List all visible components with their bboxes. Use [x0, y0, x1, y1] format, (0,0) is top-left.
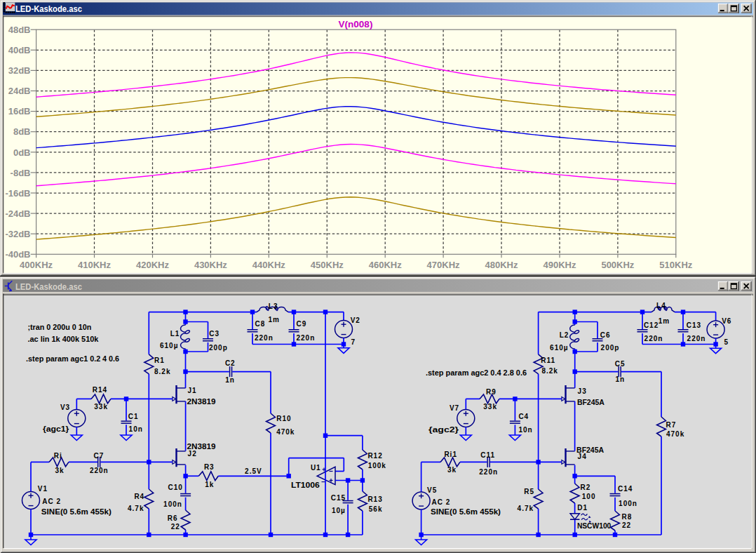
svg-text:2.5V: 2.5V: [245, 467, 262, 475]
svg-text:C15: C15: [331, 494, 346, 502]
svg-text:10n: 10n: [129, 425, 143, 433]
svg-text:R13: R13: [367, 495, 382, 503]
svg-text:BF245A: BF245A: [577, 399, 605, 406]
svg-text:4.7k: 4.7k: [128, 505, 144, 512]
svg-text:-8dB: -8dB: [11, 168, 31, 178]
svg-text:33k: 33k: [94, 403, 108, 411]
svg-text:C14: C14: [618, 485, 633, 493]
svg-text:C12: C12: [644, 321, 659, 329]
svg-text:220n: 220n: [90, 467, 109, 474]
svg-text:470k: 470k: [276, 428, 295, 436]
svg-text:L1: L1: [170, 330, 180, 338]
svg-text:;tran 0 200u 0 10n: ;tran 0 200u 0 10n: [27, 324, 91, 331]
svg-text:220n: 220n: [687, 335, 706, 342]
svg-text:510KHz: 510KHz: [659, 260, 692, 270]
svg-text:SINE(0 5.6m 455k): SINE(0 5.6m 455k): [41, 508, 112, 516]
svg-text:V2: V2: [351, 317, 360, 324]
svg-text:32dB: 32dB: [8, 65, 31, 76]
svg-text:16dB: 16dB: [8, 106, 31, 116]
svg-text:D1: D1: [577, 504, 588, 512]
svg-text:SINE(0 5.6m 455k): SINE(0 5.6m 455k): [431, 508, 501, 516]
svg-text:100n: 100n: [163, 500, 182, 508]
svg-text:2N3819: 2N3819: [187, 398, 217, 406]
svg-text:LED-Kaskode.asc: LED-Kaskode.asc: [15, 4, 82, 14]
svg-text:22: 22: [622, 521, 631, 529]
svg-text:440KHz: 440KHz: [252, 260, 285, 270]
svg-text:V(n008): V(n008): [339, 19, 373, 29]
svg-text:R9: R9: [486, 388, 497, 396]
svg-text:56k: 56k: [369, 505, 383, 513]
svg-text:3k: 3k: [55, 467, 65, 474]
svg-text:100k: 100k: [368, 462, 386, 469]
svg-text:500KHz: 500KHz: [601, 260, 634, 270]
svg-text:Ri: Ri: [54, 452, 62, 460]
svg-text:-16dB: -16dB: [5, 188, 30, 199]
svg-text:L2: L2: [560, 331, 569, 339]
svg-text:J2: J2: [188, 450, 197, 458]
svg-text:C13: C13: [687, 321, 701, 329]
svg-text:450KHz: 450KHz: [311, 260, 344, 270]
svg-text:C7: C7: [94, 452, 104, 460]
svg-text:R1: R1: [154, 357, 165, 364]
svg-text:220n: 220n: [479, 468, 498, 476]
svg-text:V3: V3: [60, 404, 70, 411]
svg-text:{agc1}: {agc1}: [43, 425, 69, 433]
svg-text:1k: 1k: [205, 481, 214, 488]
svg-text:C1: C1: [128, 413, 139, 420]
svg-text:470KHz: 470KHz: [427, 260, 460, 270]
svg-text:1n: 1n: [616, 375, 626, 383]
svg-text:460KHz: 460KHz: [369, 260, 402, 270]
svg-text:1m: 1m: [269, 316, 280, 324]
svg-text:48dB: 48dB: [8, 25, 31, 35]
svg-text:V6: V6: [722, 317, 731, 325]
svg-text:8.2k: 8.2k: [154, 368, 170, 375]
svg-text:R8: R8: [622, 513, 633, 521]
svg-text:40dB: 40dB: [8, 45, 31, 55]
svg-text:R5: R5: [524, 488, 534, 495]
svg-text:24dB: 24dB: [8, 86, 31, 96]
svg-text:V1: V1: [38, 485, 48, 493]
svg-text:-40dB: -40dB: [5, 249, 30, 260]
svg-text:J3: J3: [578, 387, 587, 395]
svg-text:J4: J4: [578, 453, 587, 460]
svg-text:8.2k: 8.2k: [541, 367, 558, 375]
svg-text:490KHz: 490KHz: [544, 260, 576, 270]
svg-text:-24dB: -24dB: [5, 208, 30, 219]
svg-text:5: 5: [724, 338, 729, 346]
svg-text:R3: R3: [204, 463, 215, 471]
svg-text:R10: R10: [276, 415, 291, 422]
svg-text:100: 100: [582, 493, 596, 500]
svg-text:10n: 10n: [518, 426, 532, 434]
svg-text:{agc2}: {agc2}: [428, 426, 459, 434]
svg-text:AC 2: AC 2: [432, 498, 451, 506]
svg-text:22: 22: [171, 523, 180, 531]
svg-text:C5: C5: [615, 360, 626, 368]
svg-text:V5: V5: [427, 486, 437, 494]
svg-text:200p: 200p: [601, 344, 620, 352]
svg-text:C9: C9: [297, 320, 307, 328]
svg-text:C6: C6: [600, 331, 611, 339]
svg-text:410KHz: 410KHz: [78, 260, 111, 270]
svg-text:.step param agc2 0.4 2.8 0.6: .step param agc2 0.4 2.8 0.6: [426, 369, 527, 377]
svg-text:C10: C10: [168, 484, 183, 491]
svg-text:-32dB: -32dB: [5, 229, 30, 239]
svg-text:R14: R14: [93, 386, 107, 394]
svg-text:610µ: 610µ: [550, 344, 568, 352]
svg-text:220n: 220n: [297, 334, 316, 342]
svg-text:480KHz: 480KHz: [485, 260, 518, 270]
svg-text:C3: C3: [209, 330, 220, 338]
svg-text:LED-Kaskode.asc: LED-Kaskode.asc: [15, 281, 82, 292]
svg-text:100n: 100n: [619, 500, 637, 507]
svg-text:AC 2: AC 2: [42, 498, 61, 505]
svg-text:1m: 1m: [659, 317, 670, 325]
svg-text:7: 7: [351, 338, 356, 346]
svg-text:470k: 470k: [666, 430, 684, 438]
svg-text:L4: L4: [656, 302, 666, 309]
svg-text:4.7k: 4.7k: [518, 505, 534, 512]
svg-text:10µ: 10µ: [332, 507, 346, 514]
svg-text:L3: L3: [269, 302, 278, 310]
svg-text:3k: 3k: [447, 466, 457, 474]
svg-text:C2: C2: [225, 359, 236, 367]
svg-text:C8: C8: [255, 320, 266, 328]
svg-text:8dB: 8dB: [13, 126, 31, 137]
